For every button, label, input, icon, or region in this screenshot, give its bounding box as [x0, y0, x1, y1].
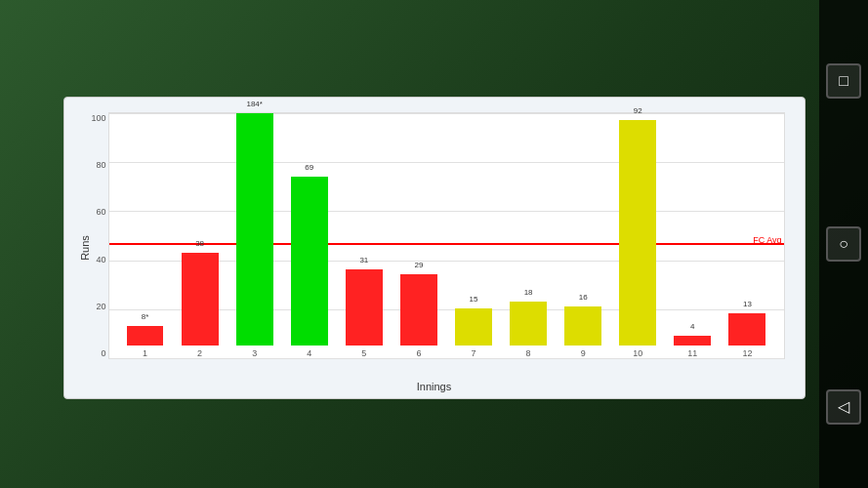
y-label-60: 60	[82, 207, 106, 217]
x-label-12: 12	[742, 348, 752, 358]
bar-label-9: 16	[579, 293, 588, 302]
x-label-6: 6	[416, 348, 421, 358]
bar-group-9: 16 9	[557, 113, 609, 358]
right-sidebar: □ ○ ◁	[819, 0, 868, 488]
x-label-9: 9	[581, 348, 586, 358]
bar-label-8: 18	[524, 288, 533, 297]
y-label-80: 80	[82, 160, 106, 170]
bar-label-5: 31	[359, 256, 368, 264]
bar-8: 18	[510, 302, 547, 346]
bar-4: 69	[291, 177, 328, 346]
x-label-11: 11	[687, 348, 697, 358]
bar-label-7: 15	[470, 295, 478, 304]
chart-inner: 100 80 60 40 20 0	[108, 112, 785, 359]
bar-11: 4	[674, 336, 711, 346]
bar-label-4: 69	[305, 163, 313, 172]
bar-label-2: 38	[195, 239, 204, 248]
x-label-10: 10	[633, 348, 642, 358]
x-label-7: 7	[472, 348, 476, 358]
bar-label-12: 13	[743, 300, 752, 308]
back-sidebar-button[interactable]: ◁	[826, 389, 861, 425]
bar-label-1: 8*	[142, 312, 149, 321]
bar-group-7: 15 7	[447, 113, 500, 358]
chart-container: Runs Innings 100 80 60 40 20 0	[63, 97, 806, 399]
bar-group-12: 13 12	[721, 113, 773, 358]
bar-1: 8*	[127, 326, 164, 346]
x-label-5: 5	[361, 348, 366, 358]
bars-container: 8* 1 38 2 184*	[109, 113, 784, 358]
bar-12: 13	[728, 313, 765, 346]
y-label-20: 20	[82, 302, 106, 311]
bar-3: 184*	[236, 113, 273, 346]
square-button[interactable]: □	[826, 63, 861, 99]
bar-group-2: 38 2	[174, 113, 227, 358]
bar-label-6: 29	[414, 261, 423, 269]
bar-label-3: 184*	[246, 100, 262, 108]
bar-group-6: 29 6	[393, 113, 445, 358]
bar-group-4: 69 4	[283, 113, 336, 358]
bar-2: 38	[182, 253, 219, 346]
x-label-2: 2	[197, 348, 202, 358]
x-axis-label: Innings	[417, 381, 451, 392]
bar-9: 16	[564, 306, 601, 346]
circle-button[interactable]: ○	[826, 226, 861, 262]
bar-group-11: 4 11	[666, 113, 719, 358]
bar-10: 92	[619, 120, 656, 346]
bar-7: 15	[455, 308, 492, 346]
y-label-40: 40	[82, 255, 106, 264]
chart-area: Runs Innings 100 80 60 40 20 0	[0, 74, 868, 418]
y-label-100: 100	[82, 113, 106, 123]
bar-group-5: 31 5	[338, 113, 391, 358]
y-label-0: 0	[82, 348, 106, 358]
y-axis-labels: 100 80 60 40 20 0	[82, 113, 106, 358]
bar-5: 31	[346, 269, 383, 346]
bar-label-11: 4	[690, 322, 694, 331]
main-container: RHB, RM ◀ Sussex Luke Wright ▶ Age 31 Ba…	[0, 0, 868, 488]
x-label-4: 4	[307, 348, 311, 358]
bar-group-10: 92 10	[611, 113, 664, 358]
bar-6: 29	[400, 274, 437, 346]
bar-group-3: 184* 3	[228, 113, 281, 358]
bar-group-8: 18 8	[502, 113, 555, 358]
bar-label-10: 92	[634, 106, 642, 115]
bar-group-1: 8* 1	[119, 113, 172, 358]
x-label-1: 1	[143, 348, 147, 358]
x-label-3: 3	[252, 348, 257, 358]
x-label-8: 8	[526, 348, 531, 358]
